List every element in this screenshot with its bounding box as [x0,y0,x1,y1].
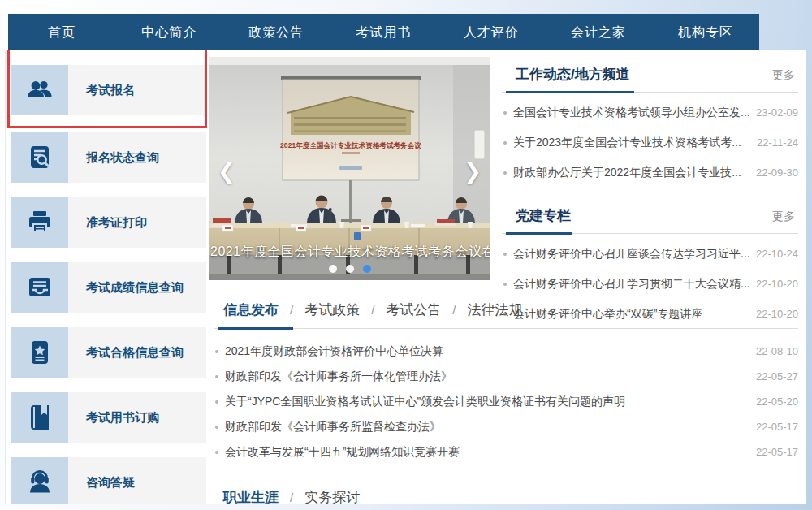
tab-career[interactable]: 职业生涯 [223,488,279,504]
active-tab-underline [218,327,293,330]
bullet-icon [503,171,507,175]
bullet-icon [503,141,507,145]
news-date: 22-05-17 [756,421,798,433]
carousel-dots [209,265,490,273]
carousel-prev-icon[interactable]: ❮ [218,159,235,184]
news-item[interactable]: 关于“JYPC全国职业资格考试认证中心”颁发会计类职业资格证书有关问题的声明 2… [214,389,798,414]
news-date: 22-10-24 [756,248,798,260]
news-title: 全国会计专业技术资格考试领导小组办公室发... [513,106,749,120]
headset-icon [11,457,68,504]
page: 首页 中心简介 政策公告 考试用书 人才评价 会计之家 机构专区 考试 [0,0,812,510]
info-area: 信息发布 / 考试政策 / 考试公告 / 法律法规 2021年度财政部会计资格评… [214,300,798,504]
carousel-dot[interactable] [346,265,354,273]
section-header: 党建专栏 更多 [502,206,798,234]
news-title: 会计财务评价中心召开座谈会传达学习习近平... [513,247,749,261]
sidebar-item-label: 准考证打印 [68,197,206,248]
sidebar-item-label: 考试用书订购 [68,392,206,443]
printer-icon [11,197,68,248]
nav-item-exam-books[interactable]: 考试用书 [330,14,437,50]
more-link[interactable]: 更多 [772,68,798,83]
top-navbar: 首页 中心简介 政策公告 考试用书 人才评价 会计之家 机构专区 [8,14,759,50]
news-item[interactable]: 财政部印发《会计师事务所监督检查办法》 22-05-17 [214,414,798,439]
tab-separator: / [290,491,293,504]
news-date: 22-09-30 [756,166,798,179]
tab-exam-notice[interactable]: 考试公告 [386,300,441,319]
carousel: 2021年度全国会计专业技术资格考试考务会议 [209,57,490,280]
bullet-icon [215,400,218,404]
sidebar-item-exam-score-query[interactable]: 考试成绩信息查询 [11,262,206,313]
right-column: 工作动态/地方频道 更多 全国会计专业技术资格考试领导小组办公室发... 23-… [502,65,798,329]
nav-item-talent-evaluation[interactable]: 人才评价 [438,14,545,50]
news-item[interactable]: 全国会计专业技术资格考试领导小组办公室发... 23-02-09 [502,97,798,128]
sidebar-item-consultation[interactable]: 咨询答疑 [11,457,206,504]
news-item[interactable]: 会计财务评价中心召开学习贯彻二十大会议精... 22-10-20 [502,269,798,299]
tab-exam-policy[interactable]: 考试政策 [304,300,360,319]
news-title: 关于“JYPC全国职业资格考试认证中心”颁发会计类职业资格证书有关问题的声明 [225,395,749,409]
carousel-next-icon[interactable]: ❯ [464,159,482,184]
nav-item-center-intro[interactable]: 中心简介 [115,14,222,50]
nav-item-accounting-home[interactable]: 会计之家 [545,14,652,50]
news-item[interactable]: 会计财务评价中心召开座谈会传达学习习近平... 22-10-24 [502,239,798,269]
bullet-icon [215,426,218,429]
bullet-icon [215,375,218,378]
bullet-icon [503,253,507,256]
news-item[interactable]: 会计改革与发展“十四五”规划网络知识竞赛开赛 22-05-17 [214,439,798,465]
more-link[interactable]: 更多 [772,210,798,224]
sidebar-item-label: 报名状态查询 [68,132,206,183]
section-title[interactable]: 党建专栏 [516,206,571,225]
carousel-dot[interactable] [329,265,337,273]
title-underline [506,91,634,93]
screen-title: 2021年度全国会计专业技术资格考试考务会议 [280,141,421,149]
sidebar-item-exam-book-order[interactable]: 考试用书订购 [11,392,206,443]
news-date: 22-11-24 [757,136,798,149]
section-title[interactable]: 工作动态/地方频道 [516,65,630,84]
nav-item-org-zone[interactable]: 机构专区 [652,14,759,50]
news-item[interactable]: 2021年度财政部会计资格评价中心单位决算 22-08-10 [214,339,798,364]
carousel-dot-active[interactable] [363,265,371,273]
tab-info-release[interactable]: 信息发布 [223,300,279,319]
certificate-star-icon [11,327,68,378]
news-date: 22-08-10 [756,345,798,357]
sidebar-item-admission-ticket-print[interactable]: 准考证打印 [11,197,206,248]
career-tabs: 职业生涯 / 实务探讨 [214,488,798,504]
inbox-icon [11,262,68,313]
news-item[interactable]: 关于2023年度全国会计专业技术资格考试考... 22-11-24 [502,128,798,158]
sidebar-item-registration-status[interactable]: 报名状态查询 [11,132,206,183]
news-title: 会计财务评价中心召开学习贯彻二十大会议精... [513,277,749,292]
nav-item-policy-notice[interactable]: 政策公告 [222,14,330,50]
book-icon [11,392,68,443]
bullet-icon [215,350,218,353]
tab-laws[interactable]: 法律法规 [468,300,523,319]
tab-practice-discussion[interactable]: 实务探讨 [304,488,360,504]
news-date: 22-10-20 [756,278,798,290]
news-item[interactable]: 财政部印发《会计师事务所一体化管理办法》 22-05-27 [214,364,798,389]
news-title: 财政部印发《会计师事务所一体化管理办法》 [225,370,749,384]
news-item[interactable]: 财政部办公厅关于2022年度全国会计专业技... 22-09-30 [502,158,798,188]
bullet-icon [215,451,218,454]
news-title: 财政部办公厅关于2022年度全国会计专业技... [513,166,749,180]
sidebar-item-label: 考试合格信息查询 [68,327,206,378]
document-search-icon [11,132,68,183]
news-title: 财政部印发《会计师事务所监督检查办法》 [225,420,749,434]
sidebar-item-label: 考试报名 [68,65,206,115]
news-title: 会计改革与发展“十四五”规划网络知识竞赛开赛 [225,445,749,460]
sidebar-item-exam-pass-query[interactable]: 考试合格信息查询 [11,327,206,378]
title-underline [506,232,572,235]
section-work-news: 工作动态/地方频道 更多 全国会计专业技术资格考试领导小组办公室发... 23-… [502,65,798,188]
news-date: 22-05-20 [756,395,798,408]
news-date: 23-02-09 [756,106,798,119]
tab-separator: / [371,303,374,317]
news-title: 2021年度财政部会计资格评价中心单位决算 [225,344,749,359]
tab-separator: / [290,303,293,317]
nav-item-home[interactable]: 首页 [8,14,115,50]
news-list: 2021年度财政部会计资格评价中心单位决算 22-08-10 财政部印发《会计师… [214,339,798,465]
sidebar-item-exam-registration[interactable]: 考试报名 [11,65,206,115]
users-icon [11,65,68,115]
sidebar-item-label: 考试成绩信息查询 [68,262,206,313]
news-date: 22-05-17 [756,446,798,458]
sidebar-item-label: 咨询答疑 [68,457,206,504]
bullet-icon [503,111,507,115]
bullet-icon [503,283,507,286]
carousel-caption[interactable]: 2021年度全国会计专业技术资格考试考务会议在... [210,244,490,261]
section-header: 工作动态/地方频道 更多 [502,65,798,93]
